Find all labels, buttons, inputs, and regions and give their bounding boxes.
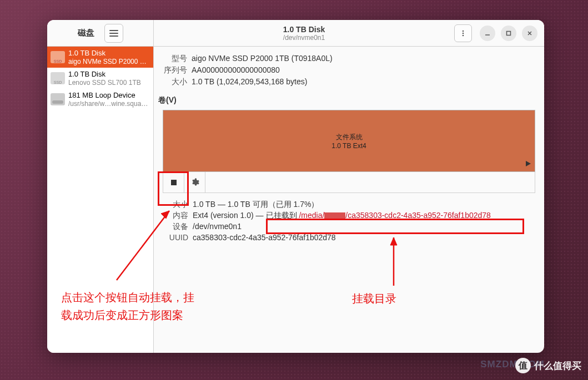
app-title: 磁盘 <box>78 28 94 38</box>
hamburger-icon <box>109 29 118 37</box>
svg-marker-5 <box>161 211 169 219</box>
stop-icon <box>171 180 177 185</box>
loop-device-icon <box>51 93 65 105</box>
maximize-button[interactable] <box>501 26 516 41</box>
main-content: 型号aigo NVMe SSD P2000 1TB (T0918A0L) 序列号… <box>154 47 544 353</box>
titlebar-right <box>454 20 544 46</box>
svg-point-2 <box>463 34 464 36</box>
volume-options-button[interactable] <box>184 172 205 192</box>
titlebar-center: 1.0 TB Disk /dev/nvme0n1 <box>154 20 454 46</box>
partition-details: 大小1.0 TB — 1.0 TB 可用（已用 1.7%） 内容 Ext4 (v… <box>154 199 535 243</box>
svg-rect-3 <box>507 31 511 35</box>
kebab-icon <box>460 30 466 37</box>
model-value: aigo NVMe SSD P2000 1TB (T0918A0L) <box>192 54 333 64</box>
serial-label: 序列号 <box>154 65 187 75</box>
annotation-text-left: 点击这个按钮自动挂载，挂 载成功后变成正方形图案 <box>61 288 194 324</box>
psize-value: 1.0 TB — 1.0 TB 可用（已用 1.7%） <box>193 200 319 210</box>
annotation-arrow-left <box>105 205 178 294</box>
device-name: 181 MB Loop Device <box>68 91 150 100</box>
gear-icon <box>190 178 199 187</box>
titlebar: 磁盘 1.0 TB Disk /dev/nvme0n1 <box>47 20 544 47</box>
volumes-section-header: 卷(V) <box>158 95 535 105</box>
svg-point-0 <box>463 30 464 32</box>
device-path: /usr/share/w…wine.squashfs <box>68 100 150 108</box>
svg-point-1 <box>463 32 464 34</box>
redacted-user <box>324 212 345 219</box>
volume-type-label: 文件系统 <box>336 133 363 142</box>
mount-point-link[interactable]: /media//ca358303-cdc2-4a35-a952-76faf1b0… <box>299 211 490 220</box>
device-value: /dev/nvme0n1 <box>193 222 242 232</box>
svg-line-4 <box>117 211 169 280</box>
device-model: aigo NVMe SSD P2000 1TB <box>68 58 150 65</box>
watermark: 值 什么值得买 <box>515 358 581 373</box>
minimize-icon <box>484 30 491 37</box>
window-subtitle: /dev/nvme0n1 <box>283 34 325 42</box>
serial-value: AA000000000000000080 <box>192 65 280 75</box>
annotation-arrow-right <box>385 233 402 294</box>
ssd-icon: SSD <box>51 72 65 84</box>
uuid-value: ca358303-cdc2-4a35-a952-76faf1b02d78 <box>193 233 336 242</box>
svg-marker-7 <box>390 237 397 245</box>
play-icon <box>525 159 531 169</box>
unmount-button[interactable] <box>163 172 184 192</box>
volume-size-label: 1.0 TB Ext4 <box>331 142 366 150</box>
size-value: 1.0 TB (1,024,209,543,168 bytes) <box>192 77 307 87</box>
device-model: Lenovo SSD SL700 1TB <box>68 79 141 87</box>
titlebar-left: 磁盘 <box>47 20 154 46</box>
hamburger-menu-button[interactable] <box>104 24 123 43</box>
minimize-button[interactable] <box>480 26 495 41</box>
volume-partition[interactable]: 文件系统 1.0 TB Ext4 <box>163 110 535 172</box>
device-item-lenovo[interactable]: SSD 1.0 TB Disk Lenovo SSD SL700 1TB <box>47 68 153 89</box>
model-label: 型号 <box>154 54 187 64</box>
disk-properties: 型号aigo NVMe SSD P2000 1TB (T0918A0L) 序列号… <box>154 52 535 89</box>
watermark-badge: 值 <box>515 358 531 373</box>
content-value: Ext4 (version 1.0) — 已挂载到 /media//ca3583… <box>193 211 491 221</box>
device-name: 1.0 TB Disk <box>68 49 150 58</box>
window-title: 1.0 TB Disk <box>283 25 325 34</box>
volume-toolbar <box>163 172 535 193</box>
size-label: 大小 <box>154 77 187 87</box>
close-button[interactable] <box>522 26 537 41</box>
ssd-icon: SSD <box>51 51 65 63</box>
device-item-nvme[interactable]: SSD 1.0 TB Disk aigo NVMe SSD P2000 1TB <box>47 47 153 68</box>
close-icon <box>526 30 533 37</box>
annotation-text-right: 挂载目录 <box>352 290 396 307</box>
device-item-loop[interactable]: 181 MB Loop Device /usr/share/w…wine.squ… <box>47 89 153 110</box>
drive-options-button[interactable] <box>454 24 472 42</box>
maximize-icon <box>505 30 512 37</box>
watermark-text: 什么值得买 <box>534 359 581 372</box>
device-name: 1.0 TB Disk <box>68 70 141 79</box>
